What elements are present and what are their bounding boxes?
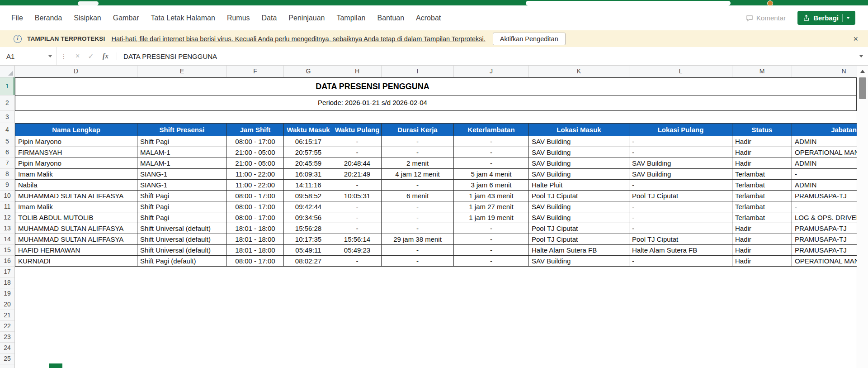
cell[interactable]: 20:48:44 [333, 158, 382, 169]
row-header-21[interactable]: 21 [0, 310, 14, 321]
cell[interactable]: 11:00 - 22:00 [227, 180, 284, 191]
cell[interactable]: 18:01 - 18:00 [227, 234, 284, 245]
cell[interactable]: 08:00 - 17:00 [227, 256, 284, 267]
cell[interactable]: 15:56:28 [284, 223, 333, 234]
cell[interactable]: - [454, 256, 529, 267]
cell[interactable]: 1 jam 43 menit [454, 191, 529, 201]
row-header-19[interactable]: 19 [0, 288, 14, 299]
cell[interactable]: Hadir [732, 245, 792, 256]
menu-tab-rumus[interactable]: Rumus [221, 5, 256, 30]
column-header-F[interactable]: F [227, 66, 284, 77]
cell[interactable]: 08:02:27 [284, 256, 333, 267]
menu-tab-peninjauan[interactable]: Peninjauan [283, 5, 330, 30]
cell[interactable]: - [333, 256, 382, 267]
cell[interactable]: 10:17:35 [284, 234, 333, 245]
expand-formula-bar-icon[interactable] [859, 55, 863, 57]
cell[interactable]: 08:00 - 17:00 [227, 212, 284, 223]
cell[interactable]: Nabila [15, 180, 137, 191]
column-header-K[interactable]: K [529, 66, 629, 77]
cell[interactable]: - [629, 201, 732, 212]
cell[interactable]: 5 jam 4 menit [454, 169, 529, 180]
cell[interactable]: SAV Building [629, 158, 732, 169]
cell[interactable]: 4 jam 12 menit [382, 169, 454, 180]
row-header-6[interactable]: 6 [0, 147, 14, 158]
empty-row[interactable] [15, 267, 857, 277]
row-header-7[interactable]: 7 [0, 158, 14, 169]
cell[interactable]: PRAMUSAPA-TJ [792, 191, 857, 201]
cell[interactable]: Imam Malik [15, 201, 137, 212]
empty-row[interactable] [15, 343, 857, 354]
cell[interactable]: 20:57:55 [284, 147, 333, 158]
cell[interactable]: - [629, 256, 732, 267]
cell[interactable]: HAFID HERMAWAN [15, 245, 137, 256]
column-header-J[interactable]: J [454, 66, 529, 77]
table-header-waktu-pulang[interactable]: Waktu Pulang [333, 123, 382, 136]
cell[interactable]: Pool TJ Ciputat [629, 234, 732, 245]
column-header-M[interactable]: M [732, 66, 792, 77]
formula-content[interactable]: DATA PRESENSI PENGGUNA [117, 53, 859, 60]
row-header-9[interactable]: 9 [0, 180, 14, 191]
cell[interactable]: 08:00 - 17:00 [227, 136, 284, 147]
empty-row[interactable] [15, 354, 857, 364]
cell[interactable]: Shift Pagi (default) [137, 256, 227, 267]
cell[interactable]: MALAM-1 [137, 158, 227, 169]
cell[interactable]: 08:00 - 17:00 [227, 191, 284, 201]
table-header-shift-presensi[interactable]: Shift Presensi [137, 123, 227, 136]
cell[interactable]: Hadir [732, 136, 792, 147]
empty-row[interactable] [15, 332, 857, 343]
cell[interactable]: - [454, 136, 529, 147]
autosave-toggle[interactable] [78, 1, 99, 5]
row-header-10[interactable]: 10 [0, 191, 14, 201]
cell[interactable]: PRAMUSAPA-TJ [792, 234, 857, 245]
cell[interactable]: SAV Building [529, 158, 629, 169]
menu-tab-data[interactable]: Data [256, 5, 283, 30]
table-header-lokasi-pulang[interactable]: Lokasi Pulang [629, 123, 732, 136]
comments-button[interactable]: Komentar [742, 12, 789, 24]
cell[interactable]: SAV Building [529, 212, 629, 223]
cell[interactable]: KURNIADI [15, 256, 137, 267]
cell[interactable]: Shift Pagi [137, 212, 227, 223]
sheet-title-cell[interactable]: DATA PRESENSI PENGGUNA [15, 77, 857, 96]
row-header-1[interactable]: 1 [0, 77, 14, 96]
cell[interactable]: - [792, 169, 857, 180]
cell[interactable]: 3 jam 6 menit [454, 180, 529, 191]
table-header-jabatan[interactable]: Jabatan [792, 123, 857, 136]
cell[interactable]: 06:15:17 [284, 136, 333, 147]
cell[interactable]: 16:09:31 [284, 169, 333, 180]
menu-tab-sisipkan[interactable]: Sisipkan [68, 5, 107, 30]
enter-icon[interactable]: ✓ [88, 52, 94, 61]
row-header-15[interactable]: 15 [0, 245, 14, 256]
cell[interactable]: - [382, 212, 454, 223]
cell[interactable]: LOG & OPS. DRIVER [792, 212, 857, 223]
menu-tab-acrobat[interactable]: Acrobat [410, 5, 447, 30]
name-box[interactable]: A1 [0, 47, 57, 65]
cell[interactable]: SIANG-1 [137, 180, 227, 191]
cell[interactable]: - [382, 136, 454, 147]
cell[interactable]: - [333, 212, 382, 223]
column-header-D[interactable]: D [15, 66, 137, 77]
cell[interactable]: Terlambat [732, 191, 792, 201]
cell[interactable]: 2 menit [382, 158, 454, 169]
close-banner-icon[interactable]: × [853, 35, 858, 43]
empty-row[interactable] [15, 321, 857, 332]
cell[interactable]: 6 menit [382, 191, 454, 201]
cell[interactable]: 11:00 - 22:00 [227, 169, 284, 180]
cell[interactable]: Pipin Maryono [15, 136, 137, 147]
cell[interactable]: ADMIN [792, 136, 857, 147]
cell[interactable]: - [629, 147, 732, 158]
cell[interactable]: SAV Building [529, 136, 629, 147]
table-header-keterlambatan[interactable]: Keterlambatan [454, 123, 529, 136]
cell[interactable]: MUHAMMAD SULTAN ALIFFASYA [15, 191, 137, 201]
column-header-E[interactable]: E [137, 66, 227, 77]
search-box[interactable] [526, 1, 731, 5]
cell[interactable]: - [629, 212, 732, 223]
cell[interactable]: 21:00 - 05:00 [227, 158, 284, 169]
row-header-23[interactable]: 23 [0, 332, 14, 343]
cell[interactable]: 09:42:44 [284, 201, 333, 212]
cell[interactable]: Terlambat [732, 212, 792, 223]
cell[interactable]: 05:49:23 [333, 245, 382, 256]
cell[interactable]: 18:01 - 18:00 [227, 245, 284, 256]
cell[interactable]: - [454, 223, 529, 234]
cell[interactable]: Halte Alam Sutera FB [629, 245, 732, 256]
cell[interactable]: Shift Universal (default) [137, 234, 227, 245]
